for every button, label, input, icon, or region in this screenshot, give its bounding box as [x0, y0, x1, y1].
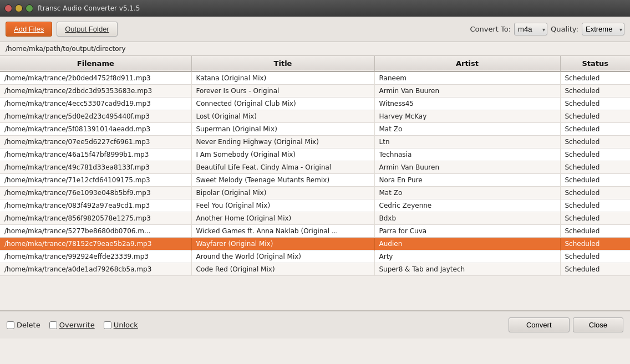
cell-status: Scheduled — [560, 161, 630, 174]
cell-status: Scheduled — [560, 212, 630, 225]
bottom-bar-buttons: Convert Close — [509, 317, 623, 332]
file-table: Filename Title Artist Status /home/mka/t… — [0, 56, 630, 276]
cell-artist: Raneem — [374, 71, 560, 85]
table-row[interactable]: /home/mka/trance/a0de1ad79268cb5a.mp3Cod… — [0, 263, 630, 276]
table-row[interactable]: /home/mka/trance/992924effde23339.mp3Aro… — [0, 250, 630, 263]
cell-title: Wicked Games ft. Anna Naklab (Original .… — [191, 225, 374, 238]
table-row[interactable]: /home/mka/trance/46a15f47bf8999b1.mp3I A… — [0, 148, 630, 161]
cell-artist: Cedric Zeyenne — [374, 199, 560, 212]
cell-artist: Super8 & Tab and Jaytech — [374, 263, 560, 276]
table-row[interactable]: /home/mka/trance/2b0ded4752f8d911.mp3Kat… — [0, 71, 630, 85]
convert-to-wrapper: m4a mp3 ogg flac wav aac — [514, 23, 547, 35]
cell-title: Katana (Original Mix) — [191, 71, 374, 85]
cell-status: Scheduled — [560, 199, 630, 212]
window-controls — [4, 4, 33, 12]
close-window-button[interactable] — [4, 4, 12, 12]
cell-title: I Am Somebody (Original Mix) — [191, 148, 374, 161]
output-path-bar: /home/mka/path/to/output/directory — [0, 42, 630, 56]
cell-title: Never Ending Highway (Original Mix) — [191, 136, 374, 148]
cell-artist: Harvey McKay — [374, 110, 560, 123]
maximize-window-button[interactable] — [26, 4, 33, 12]
cell-status: Scheduled — [560, 136, 630, 148]
unlock-checkbox[interactable] — [104, 321, 111, 329]
cell-title: Sweet Melody (Teenage Mutants Remix) — [191, 174, 374, 187]
unlock-checkbox-label[interactable]: Unlock — [104, 321, 138, 329]
cell-status: Scheduled — [560, 123, 630, 136]
cell-status: Scheduled — [560, 238, 630, 250]
col-header-filename: Filename — [0, 56, 191, 71]
table-row[interactable]: /home/mka/trance/5f081391014aeadd.mp3Sup… — [0, 123, 630, 136]
unlock-label: Unlock — [114, 321, 138, 329]
cell-filename: /home/mka/trance/992924effde23339.mp3 — [0, 250, 191, 263]
delete-label: Delete — [17, 321, 40, 329]
file-list-container[interactable]: Filename Title Artist Status /home/mka/t… — [0, 56, 630, 311]
cell-title: Wayfarer (Original Mix) — [191, 238, 374, 250]
convert-to-label: Convert To: — [470, 25, 511, 33]
cell-status: Scheduled — [560, 225, 630, 238]
overwrite-label: Overwrite — [59, 321, 95, 329]
cell-title: Connected (Original Club Mix) — [191, 98, 374, 110]
cell-filename: /home/mka/trance/2b0ded4752f8d911.mp3 — [0, 71, 191, 85]
cell-filename: /home/mka/trance/07ee5d6227cf6961.mp3 — [0, 136, 191, 148]
cell-title: Lost (Original Mix) — [191, 110, 374, 123]
table-row[interactable]: /home/mka/trance/71e12cfd64109175.mp3Swe… — [0, 174, 630, 187]
col-header-artist: Artist — [374, 56, 560, 71]
close-button[interactable]: Close — [573, 317, 623, 332]
cell-filename: /home/mka/trance/083f492a97ea9cd1.mp3 — [0, 199, 191, 212]
cell-filename: /home/mka/trance/71e12cfd64109175.mp3 — [0, 174, 191, 187]
cell-title: Another Home (Original Mix) — [191, 212, 374, 225]
toolbar: Add Files Output Folder Convert To: m4a … — [0, 17, 630, 42]
overwrite-checkbox[interactable] — [49, 321, 57, 329]
cell-status: Scheduled — [560, 85, 630, 98]
cell-artist: Audien — [374, 238, 560, 250]
cell-status: Scheduled — [560, 148, 630, 161]
cell-artist: Bdxb — [374, 212, 560, 225]
table-row[interactable]: /home/mka/trance/78152c79eae5b2a9.mp3Way… — [0, 238, 630, 250]
table-row[interactable]: /home/mka/trance/5277be8680db0706.m...Wi… — [0, 225, 630, 238]
cell-filename: /home/mka/trance/856f9820578e1275.mp3 — [0, 212, 191, 225]
overwrite-checkbox-label[interactable]: Overwrite — [49, 321, 95, 329]
table-row[interactable]: /home/mka/trance/49c781d33ea8133f.mp3Bea… — [0, 161, 630, 174]
cell-artist: Armin Van Buuren — [374, 161, 560, 174]
table-row[interactable]: /home/mka/trance/4ecc53307cad9d19.mp3Con… — [0, 98, 630, 110]
cell-title: Beautiful Life Feat. Cindy Alma - Origin… — [191, 161, 374, 174]
table-row[interactable]: /home/mka/trance/76e1093e048b5bf9.mp3Bip… — [0, 187, 630, 199]
titlebar: ftransc Audio Converter v5.1.5 — [0, 0, 630, 17]
file-table-body: /home/mka/trance/2b0ded4752f8d911.mp3Kat… — [0, 71, 630, 276]
cell-filename: /home/mka/trance/5d0e2d23c495440f.mp3 — [0, 110, 191, 123]
cell-status: Scheduled — [560, 263, 630, 276]
quality-select[interactable]: Extreme High Medium Low — [582, 23, 624, 35]
add-files-button[interactable]: Add Files — [6, 22, 52, 37]
cell-status: Scheduled — [560, 71, 630, 85]
col-header-status: Status — [560, 56, 630, 71]
quality-label: Quality: — [551, 25, 578, 33]
bottom-bar: Delete Overwrite Unlock Convert Close — [0, 311, 630, 339]
minimize-window-button[interactable] — [15, 4, 23, 12]
output-folder-button[interactable]: Output Folder — [57, 22, 118, 37]
table-row[interactable]: /home/mka/trance/07ee5d6227cf6961.mp3Nev… — [0, 136, 630, 148]
table-row[interactable]: /home/mka/trance/2dbdc3d95353683e.mp3For… — [0, 85, 630, 98]
cell-artist: Nora En Pure — [374, 174, 560, 187]
table-row[interactable]: /home/mka/trance/083f492a97ea9cd1.mp3Fee… — [0, 199, 630, 212]
delete-checkbox-label[interactable]: Delete — [7, 321, 40, 329]
cell-filename: /home/mka/trance/5277be8680db0706.m... — [0, 225, 191, 238]
convert-to-select[interactable]: m4a mp3 ogg flac wav aac — [514, 23, 547, 35]
table-row[interactable]: /home/mka/trance/5d0e2d23c495440f.mp3Los… — [0, 110, 630, 123]
cell-status: Scheduled — [560, 98, 630, 110]
cell-artist: Witness45 — [374, 98, 560, 110]
cell-artist: Technasia — [374, 148, 560, 161]
cell-title: Bipolar (Original Mix) — [191, 187, 374, 199]
cell-artist: Armin Van Buuren — [374, 85, 560, 98]
cell-filename: /home/mka/trance/78152c79eae5b2a9.mp3 — [0, 238, 191, 250]
delete-checkbox[interactable] — [7, 321, 14, 329]
cell-artist: Mat Zo — [374, 187, 560, 199]
cell-filename: /home/mka/trance/4ecc53307cad9d19.mp3 — [0, 98, 191, 110]
cell-filename: /home/mka/trance/2dbdc3d95353683e.mp3 — [0, 85, 191, 98]
output-path-text: /home/mka/path/to/output/directory — [6, 45, 126, 53]
cell-status: Scheduled — [560, 174, 630, 187]
col-header-title: Title — [191, 56, 374, 71]
table-row[interactable]: /home/mka/trance/856f9820578e1275.mp3Ano… — [0, 212, 630, 225]
cell-title: Forever Is Ours - Original — [191, 85, 374, 98]
cell-status: Scheduled — [560, 110, 630, 123]
convert-button[interactable]: Convert — [509, 317, 570, 332]
